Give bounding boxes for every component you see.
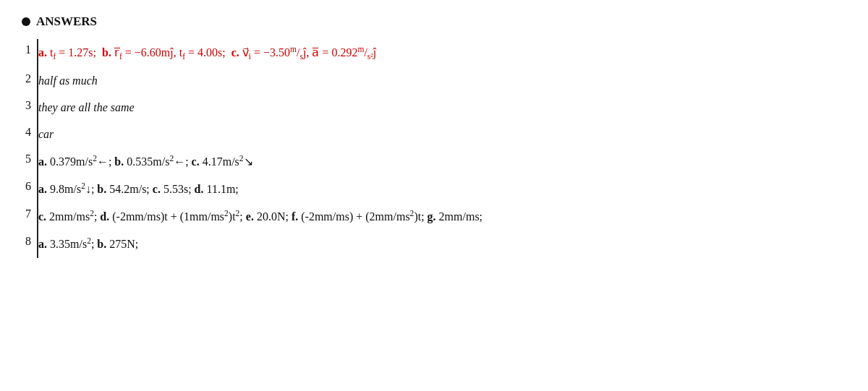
answers-header: ANSWERS	[22, 14, 846, 29]
table-row: 7c. 2mm/ms2; d. (-2mm/ms)t + (1mm/ms2)t2…	[22, 203, 846, 231]
table-row: 2half as much	[22, 68, 846, 95]
table-row: 1a. tf = 1.27s; b. r̅f = −6.60mĵ, tf = 4…	[22, 39, 846, 68]
row-content: c. 2mm/ms2; d. (-2mm/ms)t + (1mm/ms2)t2;…	[38, 203, 846, 231]
table-row: 4car	[22, 121, 846, 148]
row-content: they are all the same	[38, 95, 846, 121]
table-row: 5a. 0.379m/s2←; b. 0.535m/s2←; c. 4.17m/…	[22, 148, 846, 176]
answers-table: 1a. tf = 1.27s; b. r̅f = −6.60mĵ, tf = 4…	[22, 39, 846, 258]
row-number: 2	[22, 68, 38, 95]
table-row: 6a. 9.8m/s2↓; b. 54.2m/s; c. 5.53s; d. 1…	[22, 176, 846, 203]
table-row: 3they are all the same	[22, 95, 846, 121]
row-number: 7	[22, 203, 38, 231]
row-content: car	[38, 121, 846, 148]
answers-title: ANSWERS	[36, 14, 97, 29]
row-number: 1	[22, 39, 38, 68]
row-number: 5	[22, 148, 38, 176]
row-number: 4	[22, 121, 38, 148]
row-content: a. 9.8m/s2↓; b. 54.2m/s; c. 5.53s; d. 11…	[38, 176, 846, 203]
row-content: half as much	[38, 68, 846, 95]
bullet-icon	[22, 17, 30, 26]
row-number: 6	[22, 176, 38, 203]
row-content: a. 0.379m/s2←; b. 0.535m/s2←; c. 4.17m/s…	[38, 148, 846, 176]
row-number: 8	[22, 231, 38, 258]
row-number: 3	[22, 95, 38, 121]
row-content: a. 3.35m/s2; b. 275N;	[38, 231, 846, 258]
row-content: a. tf = 1.27s; b. r̅f = −6.60mĵ, tf = 4.…	[38, 39, 846, 68]
table-row: 8a. 3.35m/s2; b. 275N;	[22, 231, 846, 258]
